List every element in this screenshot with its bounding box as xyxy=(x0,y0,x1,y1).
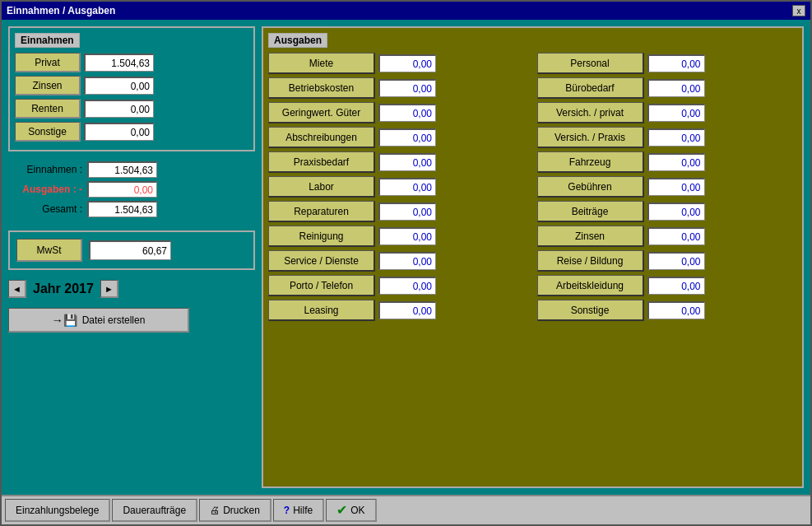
einnahmen-btn-0[interactable]: Privat xyxy=(15,53,81,72)
aus-btn-left-5[interactable]: Labor xyxy=(268,176,375,198)
datei-erstellen-button[interactable]: →💾 Datei erstellen xyxy=(8,308,189,333)
aus-btn-right-4[interactable]: Fahrzeug xyxy=(537,151,644,173)
right-panel: Ausgaben Miete 0,00 Personal 0,00 Betrie… xyxy=(262,26,804,488)
summary-gesamt-label: Gesamt : xyxy=(13,203,87,215)
aus-val-right-5: 0,00 xyxy=(647,178,705,196)
close-button[interactable]: x xyxy=(792,5,805,16)
ausgaben-left-row: Geringwert. Güter 0,00 xyxy=(268,102,529,123)
check-icon: ✔ xyxy=(336,502,347,518)
summary-area: Einnahmen : 1.504,63 Ausgaben : - 0,00 G… xyxy=(8,156,255,226)
mwst-button[interactable]: MwSt xyxy=(16,239,82,262)
aus-btn-right-10[interactable]: Sonstige xyxy=(537,300,644,321)
aus-val-left-4: 0,00 xyxy=(378,153,436,171)
aus-btn-right-8[interactable]: Reise / Bildung xyxy=(537,250,644,272)
mwst-value: 60,67 xyxy=(89,240,171,260)
ausgaben-right-row: Reise / Bildung 0,00 xyxy=(537,250,798,272)
einzahlungsbelege-label: Einzahlungsbelege xyxy=(16,505,99,516)
ausgaben-right-row: Sonstige 0,00 xyxy=(537,300,798,321)
ausgaben-left-row: Reinigung 0,00 xyxy=(268,226,529,247)
einnahmen-btn-1[interactable]: Zinsen xyxy=(15,76,81,95)
aus-val-left-0: 0,00 xyxy=(378,54,436,72)
left-panel: Einnahmen Privat 1.504,63 Zinsen 0,00 Re… xyxy=(8,26,255,488)
aus-btn-right-2[interactable]: Versich. / privat xyxy=(537,102,644,123)
einzahlungsbelege-button[interactable]: Einzahlungsbelege xyxy=(5,499,110,522)
aus-btn-right-9[interactable]: Arbeitskleidung xyxy=(537,275,644,296)
content-area: Einnahmen Privat 1.504,63 Zinsen 0,00 Re… xyxy=(2,20,810,495)
ausgaben-right-row: Bürobedarf 0,00 xyxy=(537,77,798,99)
summary-ausgaben-row: Ausgaben : - 0,00 xyxy=(13,181,250,198)
mwst-section: MwSt 60,67 xyxy=(8,230,255,270)
aus-val-left-6: 0,00 xyxy=(378,202,436,221)
einnahmen-value-1: 0,00 xyxy=(84,77,154,95)
summary-einnahmen-row: Einnahmen : 1.504,63 xyxy=(13,161,250,178)
aus-val-left-1: 0,00 xyxy=(378,79,436,97)
einnahmen-value-3: 0,00 xyxy=(84,123,154,141)
ausgaben-right-row: Arbeitskleidung 0,00 xyxy=(537,275,798,296)
summary-gesamt-row: Gesamt : 1.504,63 xyxy=(13,201,250,217)
bottom-bar: Einzahlungsbelege Daueraufträge 🖨 Drucke… xyxy=(2,495,810,524)
ausgaben-left-row: Miete 0,00 xyxy=(268,53,529,74)
aus-btn-right-6[interactable]: Beiträge xyxy=(537,201,644,222)
aus-btn-left-6[interactable]: Reparaturen xyxy=(268,201,375,222)
aus-btn-right-1[interactable]: Bürobedarf xyxy=(537,77,644,99)
summary-einnahmen-value: 1.504,63 xyxy=(87,161,157,178)
aus-val-left-3: 0,00 xyxy=(378,128,436,147)
ausgaben-left-row: Praxisbedarf 0,00 xyxy=(268,151,529,173)
aus-val-left-9: 0,00 xyxy=(378,277,436,295)
aus-btn-left-0[interactable]: Miete xyxy=(268,53,375,74)
aus-btn-left-9[interactable]: Porto / Telefon xyxy=(268,275,375,296)
datei-label: Datei erstellen xyxy=(82,314,146,326)
aus-val-right-4: 0,00 xyxy=(647,153,705,171)
aus-val-left-7: 0,00 xyxy=(378,227,436,245)
aus-btn-left-7[interactable]: Reinigung xyxy=(268,226,375,247)
hilfe-label: Hilfe xyxy=(293,505,313,516)
aus-btn-right-0[interactable]: Personal xyxy=(537,53,644,74)
ausgaben-left-row: Abschreibungen 0,00 xyxy=(268,127,529,148)
aus-val-left-10: 0,00 xyxy=(378,301,436,319)
dauerauftraege-button[interactable]: Daueraufträge xyxy=(112,499,197,522)
einnahmen-btn-2[interactable]: Renten xyxy=(15,99,81,119)
aus-val-right-3: 0,00 xyxy=(647,128,705,147)
title-bar: Einnahmen / Ausgaben x xyxy=(2,2,810,20)
aus-btn-left-4[interactable]: Praxisbedarf xyxy=(268,151,375,173)
aus-val-right-10: 0,00 xyxy=(647,301,705,319)
year-next-button[interactable]: ► xyxy=(100,280,118,298)
drucken-button[interactable]: 🖨 Drucken xyxy=(199,499,271,522)
question-icon: ? xyxy=(284,505,290,516)
ausgaben-grid: Miete 0,00 Personal 0,00 Betriebskosten … xyxy=(268,53,797,321)
einnahmen-value-2: 0,00 xyxy=(84,100,154,118)
ausgaben-right-row: Personal 0,00 xyxy=(537,53,798,74)
year-text: Jahr 2017 xyxy=(33,282,94,296)
aus-val-left-8: 0,00 xyxy=(378,252,436,270)
ok-button[interactable]: ✔ OK xyxy=(326,499,376,522)
aus-btn-right-3[interactable]: Versich. / Praxis xyxy=(537,127,644,148)
einnahmen-row: Renten 0,00 xyxy=(15,99,248,119)
printer-icon: 🖨 xyxy=(210,505,220,516)
ausgaben-right-row: Gebühren 0,00 xyxy=(537,176,798,198)
aus-btn-left-1[interactable]: Betriebskosten xyxy=(268,77,375,99)
aus-btn-left-8[interactable]: Service / Dienste xyxy=(268,250,375,272)
hilfe-button[interactable]: ? Hilfe xyxy=(273,499,324,522)
aus-btn-left-10[interactable]: Leasing xyxy=(268,300,375,321)
einnahmen-btn-3[interactable]: Sonstige xyxy=(15,122,81,142)
drucken-label: Drucken xyxy=(223,505,260,516)
aus-btn-left-2[interactable]: Geringwert. Güter xyxy=(268,102,375,123)
summary-einnahmen-label: Einnahmen : xyxy=(13,164,87,175)
ausgaben-right-row: Fahrzeug 0,00 xyxy=(537,151,798,173)
aus-btn-right-7[interactable]: Zinsen xyxy=(537,226,644,247)
ausgaben-left-row: Betriebskosten 0,00 xyxy=(268,77,529,99)
ausgaben-right-row: Beiträge 0,00 xyxy=(537,201,798,222)
year-prev-button[interactable]: ◄ xyxy=(8,280,26,298)
aus-val-right-6: 0,00 xyxy=(647,202,705,221)
aus-btn-left-3[interactable]: Abschreibungen xyxy=(268,127,375,148)
aus-btn-right-5[interactable]: Gebühren xyxy=(537,176,644,198)
einnahmen-value-0: 1.504,63 xyxy=(84,54,154,72)
ausgaben-left-row: Service / Dienste 0,00 xyxy=(268,250,529,272)
einnahmen-rows: Privat 1.504,63 Zinsen 0,00 Renten 0,00 … xyxy=(15,53,248,142)
ausgaben-left-row: Leasing 0,00 xyxy=(268,300,529,321)
summary-ausgaben-value: 0,00 xyxy=(87,181,157,198)
einnahmen-row: Zinsen 0,00 xyxy=(15,76,248,95)
aus-val-right-8: 0,00 xyxy=(647,252,705,270)
aus-val-left-2: 0,00 xyxy=(378,104,436,122)
einnahmen-row: Sonstige 0,00 xyxy=(15,122,248,142)
